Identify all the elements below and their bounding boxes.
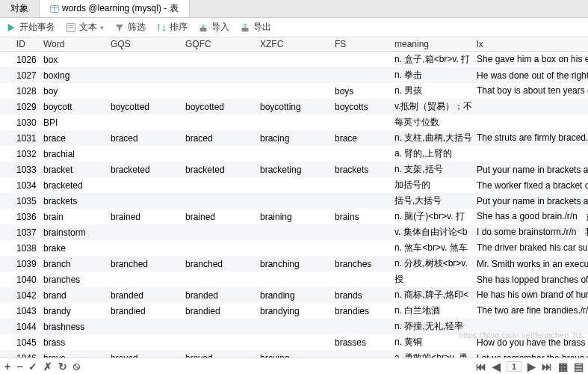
- cell[interactable]: [106, 67, 181, 83]
- table-row[interactable]: 1039branchbranchedbranchedbranchingbranc…: [0, 256, 588, 272]
- cell[interactable]: How do you have the brass to say that?/r…: [472, 334, 588, 350]
- cell[interactable]: 授: [390, 272, 472, 287]
- cell[interactable]: brains: [330, 209, 390, 224]
- cell[interactable]: n. 莽撞,无礼,轻率: [390, 319, 472, 334]
- cell[interactable]: branded: [106, 287, 181, 303]
- sort-button[interactable]: 排序: [156, 21, 188, 34]
- cell[interactable]: 每英寸位数: [390, 114, 472, 130]
- cell[interactable]: boy: [39, 83, 106, 99]
- cell[interactable]: Mr. Smith works in an executive branch o…: [472, 256, 588, 272]
- page-num-button[interactable]: 1: [507, 361, 522, 372]
- table-row[interactable]: 1028boyboysn. 男孩That boy is about ten ye…: [0, 83, 588, 99]
- cell[interactable]: [330, 240, 390, 256]
- cell[interactable]: 1031: [12, 130, 39, 146]
- cell[interactable]: 加括号的: [390, 177, 472, 193]
- cell[interactable]: branched: [181, 256, 256, 272]
- cell[interactable]: n. 拳击: [390, 67, 472, 83]
- cell[interactable]: [472, 114, 588, 130]
- cell[interactable]: [256, 114, 330, 130]
- cell[interactable]: [106, 272, 181, 287]
- cell[interactable]: [181, 83, 256, 99]
- cell[interactable]: The driver braked his car suddenly./r/n …: [472, 240, 588, 256]
- cell[interactable]: [106, 240, 181, 256]
- cell[interactable]: v.抵制（贸易）；不: [390, 99, 472, 114]
- table-row[interactable]: 1035brackets括号,大括号Put your name in brack…: [0, 193, 588, 209]
- cell[interactable]: [256, 224, 330, 240]
- cell[interactable]: bracketed: [106, 162, 181, 177]
- start-transaction-button[interactable]: 开始事务: [6, 21, 55, 34]
- cell[interactable]: [256, 240, 330, 256]
- cell[interactable]: brandied: [181, 303, 256, 319]
- cell[interactable]: [472, 319, 588, 334]
- cell[interactable]: brace: [39, 130, 106, 146]
- cell[interactable]: BPI: [39, 114, 106, 130]
- cell[interactable]: [181, 67, 256, 83]
- cell[interactable]: [330, 52, 390, 68]
- cell[interactable]: I do some brainstorm./r/n 我开动脑筋。/r/n: [472, 224, 588, 240]
- cell[interactable]: Put your name in brackets at the top of …: [472, 193, 588, 209]
- cell[interactable]: [0, 162, 12, 177]
- cell[interactable]: brandying: [256, 303, 330, 319]
- cell[interactable]: brackets: [330, 162, 390, 177]
- column-header[interactable]: Word: [39, 37, 106, 52]
- memo-button[interactable]: 文本▾: [66, 21, 104, 34]
- cell[interactable]: n. 男孩: [390, 83, 472, 99]
- cell[interactable]: brained: [106, 209, 181, 224]
- cell[interactable]: [0, 240, 12, 256]
- cell[interactable]: v. 集体自由讨论<b: [390, 224, 472, 240]
- first-page-button[interactable]: ⏮: [476, 361, 486, 373]
- cell[interactable]: [0, 272, 12, 287]
- last-page-button[interactable]: ⏭: [542, 361, 552, 373]
- table-row[interactable]: 1043brandybrandiedbrandiedbrandyingbrand…: [0, 303, 588, 319]
- cell[interactable]: [181, 272, 256, 287]
- cell[interactable]: brave: [39, 350, 106, 358]
- cell[interactable]: branching: [256, 256, 330, 272]
- table-row[interactable]: 1045brassbrassesn. 黄铜How do you have the…: [0, 334, 588, 350]
- table-row[interactable]: 1037brainstormv. 集体自由讨论<bI do some brain…: [0, 224, 588, 240]
- cell[interactable]: 1032: [12, 146, 39, 162]
- next-page-button[interactable]: ▶: [527, 361, 536, 373]
- cell[interactable]: [181, 319, 256, 334]
- cell[interactable]: 括号,大括号: [390, 193, 472, 209]
- cell[interactable]: 1030: [12, 114, 39, 130]
- cell[interactable]: The two are fine brandies./r/n 那是两种优质: [472, 303, 588, 319]
- cell[interactable]: braved: [106, 350, 181, 358]
- commit-button[interactable]: ✓: [28, 361, 37, 373]
- cell[interactable]: [0, 146, 12, 162]
- cell[interactable]: [181, 114, 256, 130]
- cell[interactable]: n. 盒子,箱<br>v. 打: [390, 52, 472, 68]
- table-row[interactable]: 1038braken. 煞车<br>v. 煞车The driver braked…: [0, 240, 588, 256]
- cell[interactable]: [106, 146, 181, 162]
- cell[interactable]: 1035: [12, 193, 39, 209]
- cell[interactable]: n. 脑(子)<br>v. 打: [390, 209, 472, 224]
- cell[interactable]: brake: [39, 240, 106, 256]
- cell[interactable]: bracketing: [256, 162, 330, 177]
- column-header[interactable]: ID: [12, 37, 39, 52]
- cell[interactable]: [0, 256, 12, 272]
- cell[interactable]: 1043: [12, 303, 39, 319]
- cell[interactable]: [181, 334, 256, 350]
- cell[interactable]: [0, 52, 12, 68]
- table-row[interactable]: 1042brandbrandedbrandedbrandingbrandsn. …: [0, 287, 588, 303]
- cell[interactable]: [106, 177, 181, 193]
- table-row[interactable]: 1029boycottboycottedboycottedboycottingb…: [0, 99, 588, 114]
- column-header[interactable]: FS: [330, 37, 390, 52]
- cell[interactable]: n. 煞车<br>v. 煞车: [390, 240, 472, 256]
- tab[interactable]: words @learning (mysql) - 表: [40, 0, 190, 17]
- cell[interactable]: boycott: [39, 99, 106, 114]
- cell[interactable]: branding: [256, 287, 330, 303]
- cell[interactable]: a. 勇敢的<br>v. 勇: [390, 350, 472, 358]
- table-row[interactable]: 1030BPI每英寸位数: [0, 114, 588, 130]
- cell[interactable]: 1029: [12, 99, 39, 114]
- cell[interactable]: [106, 52, 181, 68]
- cell[interactable]: Put your name in brackets at the top of …: [472, 162, 588, 177]
- cell[interactable]: [256, 319, 330, 334]
- cell[interactable]: [106, 83, 181, 99]
- cell[interactable]: [0, 130, 12, 146]
- table-row[interactable]: 1026boxn. 盒子,箱<br>v. 打She gave him a box…: [0, 52, 588, 68]
- table-row[interactable]: 1032brachiala. 臂的,上臂的: [0, 146, 588, 162]
- column-header[interactable]: GQS: [106, 37, 181, 52]
- cell[interactable]: 1028: [12, 83, 39, 99]
- cell[interactable]: n. 支柱,曲柄,大括号: [390, 130, 472, 146]
- table-row[interactable]: 1033bracketbracketedbracketedbracketingb…: [0, 162, 588, 177]
